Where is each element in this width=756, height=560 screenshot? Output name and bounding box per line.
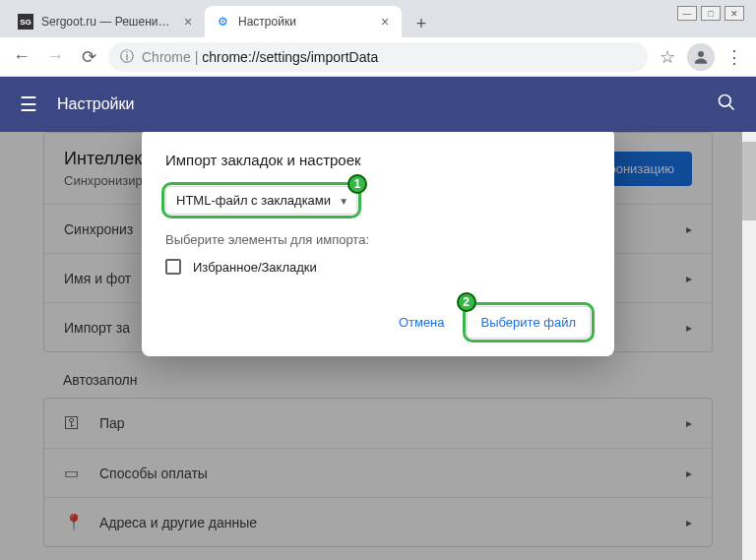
svg-point-1: [720, 94, 731, 106]
cancel-button[interactable]: Отмена: [387, 307, 457, 338]
back-button[interactable]: ←: [8, 43, 35, 71]
checkbox-icon[interactable]: [165, 259, 181, 275]
annotation-badge-1: 1: [347, 174, 367, 194]
maximize-button[interactable]: □: [701, 6, 721, 21]
dialog-title: Импорт закладок и настроек: [165, 152, 591, 168]
close-icon[interactable]: ×: [378, 15, 392, 29]
window-controls: — □ ✕: [677, 6, 744, 21]
search-icon[interactable]: [717, 93, 736, 117]
url-text: Chrome | chrome://settings/importData: [142, 49, 378, 65]
close-icon[interactable]: ×: [181, 15, 195, 29]
bookmark-star-icon[interactable]: ☆: [654, 43, 681, 71]
tab-title: Настройки: [238, 15, 370, 29]
close-window-button[interactable]: ✕: [724, 6, 744, 21]
checkbox-label: Избранное/Закладки: [193, 260, 317, 275]
tab-title: Sergoot.ru — Решение ваших п…: [41, 15, 173, 29]
profile-avatar[interactable]: [687, 43, 715, 71]
modal-overlay: Импорт закладок и настроек HTML-файл с з…: [0, 132, 756, 560]
dialog-subheading: Выберите элементы для импорта:: [165, 232, 591, 247]
address-bar[interactable]: ⓘ Chrome | chrome://settings/importData: [108, 42, 648, 72]
svg-line-2: [729, 104, 734, 109]
minimize-button[interactable]: —: [677, 6, 697, 21]
site-info-icon: ⓘ: [120, 48, 134, 66]
tab-settings[interactable]: ⚙ Настройки ×: [205, 6, 402, 37]
menu-button[interactable]: ⋮: [721, 43, 748, 71]
favicon-icon: SG: [18, 14, 33, 30]
scrollbar-thumb[interactable]: [742, 142, 756, 220]
browser-toolbar: ← → ⟳ ⓘ Chrome | chrome://settings/impor…: [0, 37, 756, 77]
tab-strip: SG Sergoot.ru — Решение ваших п… × ⚙ Нас…: [0, 0, 756, 37]
new-tab-button[interactable]: +: [408, 10, 435, 37]
settings-content: Интеллектуальные функции Google в Chrome…: [0, 132, 756, 560]
tab-sergoot[interactable]: SG Sergoot.ru — Решение ваших п… ×: [8, 6, 205, 37]
select-value: HTML-файл с закладками: [176, 193, 331, 208]
forward-button[interactable]: →: [41, 43, 69, 71]
scrollbar-track[interactable]: [742, 132, 756, 560]
annotation-badge-2: 2: [457, 292, 476, 312]
page-title: Настройки: [57, 95, 697, 113]
gear-icon: ⚙: [215, 14, 230, 30]
bookmarks-checkbox-row[interactable]: Избранное/Закладки: [165, 259, 591, 275]
reload-button[interactable]: ⟳: [75, 43, 102, 71]
settings-app-bar: ☰ Настройки: [0, 77, 756, 132]
choose-file-button[interactable]: Выберите файл: [467, 306, 591, 339]
chevron-down-icon: ▼: [339, 195, 348, 206]
choose-file-highlight: Выберите файл 2: [467, 306, 591, 339]
import-dialog: Импорт закладок и настроек HTML-файл с з…: [142, 132, 614, 356]
hamburger-icon[interactable]: ☰: [20, 93, 37, 116]
source-select-highlight: HTML-файл с закладками ▼ 1: [165, 186, 357, 215]
dialog-actions: Отмена Выберите файл 2: [165, 306, 591, 339]
svg-point-0: [698, 51, 704, 57]
import-source-select[interactable]: HTML-файл с закладками ▼: [165, 186, 357, 215]
